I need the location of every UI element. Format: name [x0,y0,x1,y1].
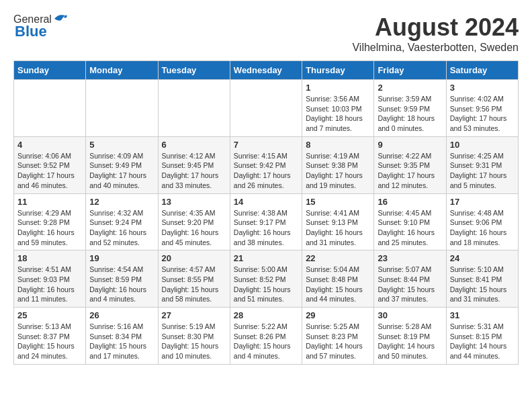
calendar-day-cell: 27Sunrise: 5:19 AM Sunset: 8:30 PM Dayli… [158,308,230,365]
day-info: Sunrise: 3:59 AM Sunset: 9:59 PM Dayligh… [378,94,442,134]
day-number: 22 [306,253,370,263]
day-number: 2 [378,83,442,93]
day-info: Sunrise: 5:19 AM Sunset: 8:30 PM Dayligh… [162,322,226,361]
day-number: 19 [89,253,154,263]
weekday-header: Monday [86,61,158,80]
day-info: Sunrise: 4:57 AM Sunset: 8:55 PM Dayligh… [162,265,226,304]
calendar-day-cell: 10Sunrise: 4:25 AM Sunset: 9:31 PM Dayli… [446,136,518,193]
day-number: 18 [17,253,82,263]
calendar-day-cell [86,80,158,137]
day-info: Sunrise: 5:04 AM Sunset: 8:48 PM Dayligh… [306,265,370,304]
calendar-week-row: 1Sunrise: 3:56 AM Sunset: 10:03 PM Dayli… [14,80,519,137]
day-number: 23 [378,253,442,263]
weekday-header: Tuesday [158,61,230,80]
calendar-day-cell [14,80,86,137]
day-info: Sunrise: 5:13 AM Sunset: 8:37 PM Dayligh… [17,322,82,361]
day-info: Sunrise: 5:28 AM Sunset: 8:19 PM Dayligh… [378,322,442,361]
calendar-day-cell: 16Sunrise: 4:45 AM Sunset: 9:10 PM Dayli… [374,193,446,250]
calendar-day-cell: 14Sunrise: 4:38 AM Sunset: 9:17 PM Dayli… [230,193,302,250]
calendar-day-cell: 5Sunrise: 4:09 AM Sunset: 9:49 PM Daylig… [86,136,158,193]
day-number: 11 [17,197,82,207]
calendar-week-row: 11Sunrise: 4:29 AM Sunset: 9:28 PM Dayli… [14,193,519,250]
day-number: 9 [378,140,442,150]
calendar-day-cell: 11Sunrise: 4:29 AM Sunset: 9:28 PM Dayli… [14,193,86,250]
day-number: 12 [89,197,154,207]
weekday-header: Sunday [14,61,86,80]
calendar-day-cell [230,80,302,137]
calendar-day-cell: 26Sunrise: 5:16 AM Sunset: 8:34 PM Dayli… [86,308,158,365]
calendar-day-cell: 12Sunrise: 4:32 AM Sunset: 9:24 PM Dayli… [86,193,158,250]
day-info: Sunrise: 4:45 AM Sunset: 9:10 PM Dayligh… [378,208,442,248]
calendar-day-cell: 15Sunrise: 4:41 AM Sunset: 9:13 PM Dayli… [302,193,374,250]
title-block: August 2024 Vilhelmina, Vaesterbotten, S… [352,13,519,54]
day-info: Sunrise: 4:38 AM Sunset: 9:17 PM Dayligh… [234,208,298,248]
calendar-day-cell: 21Sunrise: 5:00 AM Sunset: 8:52 PM Dayli… [230,250,302,308]
day-number: 13 [162,197,226,207]
day-info: Sunrise: 4:22 AM Sunset: 9:35 PM Dayligh… [378,151,442,191]
day-number: 7 [234,140,298,150]
logo-blue-text: Blue [15,23,47,40]
calendar-header-row: SundayMondayTuesdayWednesdayThursdayFrid… [14,61,519,80]
calendar-day-cell: 3Sunrise: 4:02 AM Sunset: 9:56 PM Daylig… [446,80,518,137]
day-info: Sunrise: 5:10 AM Sunset: 8:41 PM Dayligh… [450,265,515,304]
calendar-day-cell: 17Sunrise: 4:48 AM Sunset: 9:06 PM Dayli… [446,193,518,250]
day-number: 16 [378,197,442,207]
day-info: Sunrise: 5:31 AM Sunset: 8:15 PM Dayligh… [450,322,515,361]
day-info: Sunrise: 4:35 AM Sunset: 9:20 PM Dayligh… [162,208,226,248]
day-info: Sunrise: 5:25 AM Sunset: 8:23 PM Dayligh… [306,322,370,361]
day-number: 17 [450,197,515,207]
month-title: August 2024 [352,13,519,42]
day-info: Sunrise: 4:54 AM Sunset: 8:59 PM Dayligh… [89,265,154,304]
page-header: General Blue August 2024 Vilhelmina, Vae… [13,13,519,54]
calendar-day-cell: 13Sunrise: 4:35 AM Sunset: 9:20 PM Dayli… [158,193,230,250]
weekday-header: Friday [374,61,446,80]
calendar-week-row: 18Sunrise: 4:51 AM Sunset: 9:03 PM Dayli… [14,250,519,308]
day-info: Sunrise: 5:07 AM Sunset: 8:44 PM Dayligh… [378,265,442,304]
day-number: 31 [450,310,515,320]
day-info: Sunrise: 4:19 AM Sunset: 9:38 PM Dayligh… [306,151,370,191]
day-number: 15 [306,197,370,207]
calendar-day-cell: 25Sunrise: 5:13 AM Sunset: 8:37 PM Dayli… [14,308,86,365]
day-info: Sunrise: 5:00 AM Sunset: 8:52 PM Dayligh… [234,265,298,304]
day-info: Sunrise: 5:22 AM Sunset: 8:26 PM Dayligh… [234,322,298,361]
day-info: Sunrise: 4:09 AM Sunset: 9:49 PM Dayligh… [89,151,154,191]
day-info: Sunrise: 3:56 AM Sunset: 10:03 PM Daylig… [306,94,370,134]
weekday-header: Thursday [302,61,374,80]
logo-bird-icon [53,12,68,24]
day-number: 6 [162,140,226,150]
day-info: Sunrise: 4:02 AM Sunset: 9:56 PM Dayligh… [450,94,515,134]
weekday-header: Saturday [446,61,518,80]
day-number: 26 [89,310,154,320]
day-number: 21 [234,253,298,263]
calendar-day-cell: 24Sunrise: 5:10 AM Sunset: 8:41 PM Dayli… [446,250,518,308]
day-info: Sunrise: 4:48 AM Sunset: 9:06 PM Dayligh… [450,208,515,248]
day-info: Sunrise: 4:12 AM Sunset: 9:45 PM Dayligh… [162,151,226,191]
calendar-day-cell: 22Sunrise: 5:04 AM Sunset: 8:48 PM Dayli… [302,250,374,308]
day-info: Sunrise: 4:32 AM Sunset: 9:24 PM Dayligh… [89,208,154,248]
day-number: 24 [450,253,515,263]
weekday-header: Wednesday [230,61,302,80]
day-number: 1 [306,83,370,93]
day-number: 25 [17,310,82,320]
calendar-day-cell: 6Sunrise: 4:12 AM Sunset: 9:45 PM Daylig… [158,136,230,193]
calendar-day-cell: 20Sunrise: 4:57 AM Sunset: 8:55 PM Dayli… [158,250,230,308]
calendar-day-cell: 1Sunrise: 3:56 AM Sunset: 10:03 PM Dayli… [302,80,374,137]
day-info: Sunrise: 4:06 AM Sunset: 9:52 PM Dayligh… [17,151,82,191]
day-number: 27 [162,310,226,320]
day-number: 10 [450,140,515,150]
day-number: 3 [450,83,515,93]
calendar-day-cell [158,80,230,137]
day-number: 8 [306,140,370,150]
calendar-week-row: 25Sunrise: 5:13 AM Sunset: 8:37 PM Dayli… [14,308,519,365]
calendar-day-cell: 9Sunrise: 4:22 AM Sunset: 9:35 PM Daylig… [374,136,446,193]
day-number: 14 [234,197,298,207]
calendar-day-cell: 31Sunrise: 5:31 AM Sunset: 8:15 PM Dayli… [446,308,518,365]
calendar-day-cell: 28Sunrise: 5:22 AM Sunset: 8:26 PM Dayli… [230,308,302,365]
day-info: Sunrise: 5:16 AM Sunset: 8:34 PM Dayligh… [89,322,154,361]
calendar-day-cell: 8Sunrise: 4:19 AM Sunset: 9:38 PM Daylig… [302,136,374,193]
location-title: Vilhelmina, Vaesterbotten, Sweden [352,42,519,54]
day-number: 20 [162,253,226,263]
calendar-day-cell: 18Sunrise: 4:51 AM Sunset: 9:03 PM Dayli… [14,250,86,308]
calendar-day-cell: 2Sunrise: 3:59 AM Sunset: 9:59 PM Daylig… [374,80,446,137]
calendar-day-cell: 4Sunrise: 4:06 AM Sunset: 9:52 PM Daylig… [14,136,86,193]
